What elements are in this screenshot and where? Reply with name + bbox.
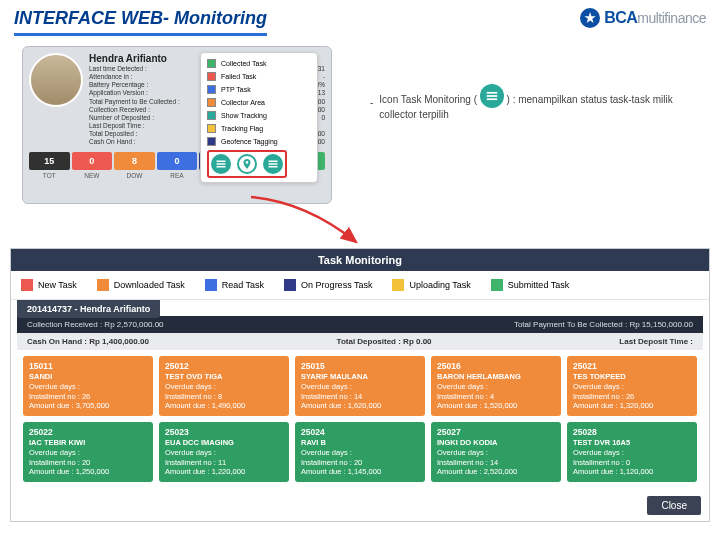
collector-sub-title: 201414737 - Hendra Arifianto [17,300,160,318]
task-card[interactable]: 15011SANDIOverdue days :Installment no :… [23,356,153,416]
legend-label: Submitted Task [508,280,569,290]
legend-swatch-icon [284,279,296,291]
counter: 8DOW [114,152,155,179]
brand-sub: multifinance [637,10,706,26]
legend-label: Failed Task [221,73,256,80]
legend-item[interactable]: Failed Task [207,72,311,81]
legend-item[interactable]: Geofence Tagging [207,137,311,146]
stat-last-deposit: Last Deposit Time : [619,337,693,346]
task-card[interactable]: 25021TES TOKPEEDOverdue days :Installmen… [567,356,697,416]
task-card-row: 25022IAC TEBIR KIWIOverdue days :Install… [17,416,703,482]
svg-rect-7 [487,95,498,97]
task-monitoring-panel: Task Monitoring New TaskDownloaded TaskR… [10,248,710,522]
legend-action-group [207,150,287,178]
svg-rect-0 [217,161,226,163]
legend-label: Read Task [222,280,264,290]
panel-legend-item: On Progress Task [284,279,372,291]
legend-label: Uploading Task [409,280,470,290]
legend-label: Collected Task [221,60,266,67]
task-card[interactable]: 25015SYARIF MAULANAOverdue days :Install… [295,356,425,416]
panel-legend-item: Submitted Task [491,279,569,291]
stat-total-deposited: Total Deposited : Rp 0.00 [337,337,432,346]
task-card[interactable]: 25028TEST DVR 16A5Overdue days :Installm… [567,422,697,482]
svg-rect-3 [269,161,278,163]
close-button[interactable]: Close [647,496,701,515]
svg-rect-1 [217,163,226,165]
legend-item[interactable]: PTP Task [207,85,311,94]
legend-swatch-icon [207,137,216,146]
task-card[interactable]: 25027INGKI DO KODIAOverdue days :Install… [431,422,561,482]
sub-stats-dark: Collection Received : Rp 2,570,000.00 To… [17,316,703,333]
stat-total-payment: Total Payment To Be Collected : Rp 15,15… [514,320,693,329]
avatar [29,53,83,107]
legend-label: Collector Area [221,99,265,106]
overview-collage: Hendra Arifianto Last time Detected :15:… [10,44,710,224]
legend-swatch-icon [207,111,216,120]
svg-rect-5 [269,166,278,168]
stat-collection-received: Collection Received : Rp 2,570,000.00 [27,320,164,329]
svg-rect-6 [487,92,498,94]
task-card[interactable]: 25012TEST OVD TIGAOverdue days :Installm… [159,356,289,416]
panel-title: Task Monitoring [11,249,709,271]
task-card-row: 15011SANDIOverdue days :Installment no :… [17,350,703,416]
legend-swatch-icon [392,279,404,291]
legend-swatch-icon [205,279,217,291]
legend-item[interactable]: Collector Area [207,98,311,107]
panel-legend: New TaskDownloaded TaskRead TaskOn Progr… [11,271,709,300]
legend-label: Geofence Tagging [221,138,278,145]
legend-swatch-icon [207,72,216,81]
svg-rect-2 [217,166,226,168]
desc-prefix: Icon Task Monitoring ( [379,94,477,105]
overlay-legend-card: Collected TaskFailed TaskPTP TaskCollect… [200,52,318,183]
svg-rect-4 [269,163,278,165]
legend-swatch-icon [207,85,216,94]
legend-label: Tracking Flag [221,125,263,132]
legend-swatch-icon [97,279,109,291]
task-card[interactable]: 25016BARON HERLAMBANGOverdue days :Insta… [431,356,561,416]
stat-cash-on-hand: Cash On Hand : Rp 1,400,000.00 [27,337,149,346]
counter: 0REA [157,152,198,179]
task-card[interactable]: 25024RAVI BOverdue days :Installment no … [295,422,425,482]
page-title: INTERFACE WEB- Monitoring [14,8,267,36]
legend-swatch-icon [207,98,216,107]
sub-stats-light: Cash On Hand : Rp 1,400,000.00 Total Dep… [17,333,703,350]
legend-label: Downloaded Task [114,280,185,290]
panel-legend-item: Read Task [205,279,264,291]
brand-badge-icon [580,8,600,28]
counter: 15TOT [29,152,70,179]
brand-logo: BCAmultifinance [580,8,706,28]
task-card[interactable]: 25022IAC TEBIR KIWIOverdue days :Install… [23,422,153,482]
legend-label: PTP Task [221,86,251,93]
task-monitoring-inline-icon [480,84,504,108]
legend-swatch-icon [21,279,33,291]
panel-legend-item: Downloaded Task [97,279,185,291]
counter: 0NEW [72,152,113,179]
task-card[interactable]: 25023EUA DCC IMAGINGOverdue days :Instal… [159,422,289,482]
brand-text: BCAmultifinance [604,9,706,27]
legend-label: New Task [38,280,77,290]
legend-item[interactable]: Tracking Flag [207,124,311,133]
location-pin-icon[interactable] [237,154,257,174]
legend-swatch-icon [207,124,216,133]
panel-legend-item: Uploading Task [392,279,470,291]
legend-item[interactable]: Show Tracking [207,111,311,120]
icon-description: - Icon Task Monitoring ( ) : menampilkan… [370,84,704,122]
svg-rect-8 [487,98,498,100]
task-monitoring-icon[interactable] [211,154,231,174]
legend-label: On Progress Task [301,280,372,290]
legend-swatch-icon [491,279,503,291]
list-alt-icon[interactable] [263,154,283,174]
legend-label: Show Tracking [221,112,267,119]
panel-legend-item: New Task [21,279,77,291]
legend-item[interactable]: Collected Task [207,59,311,68]
callout-arrow-icon [246,192,366,252]
desc-dash: - [370,96,373,110]
brand-main: BCA [604,9,637,26]
legend-swatch-icon [207,59,216,68]
